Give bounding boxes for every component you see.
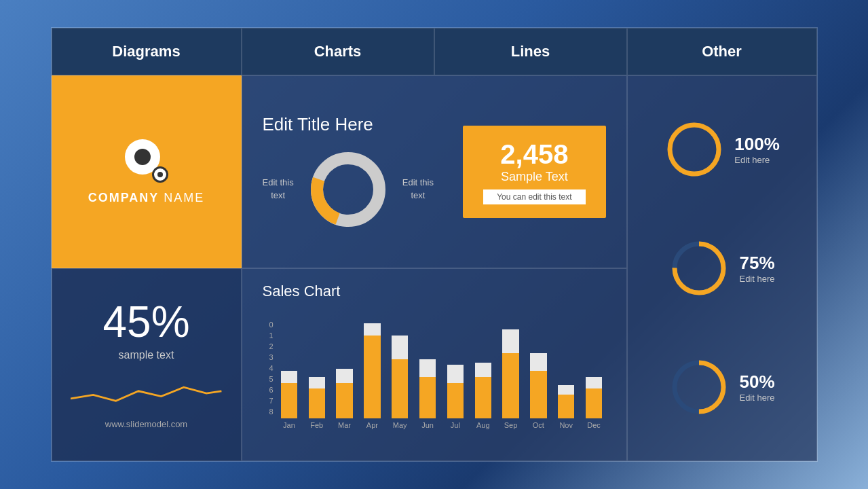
bar-group-sep: Sep <box>499 329 523 429</box>
bar-stack <box>554 385 578 418</box>
header-charts: Charts <box>242 28 434 75</box>
stats-sample[interactable]: Sample Text <box>483 170 585 184</box>
bar-label: Jun <box>421 421 434 429</box>
bar-group-nov: Nov <box>554 385 578 429</box>
bar-stack <box>278 371 301 418</box>
gauge-svg-75 <box>668 238 730 299</box>
bar-chart-inner: Jan Feb Mar Apr May <box>278 321 606 429</box>
bar-group-jan: Jan <box>278 371 301 429</box>
bar-label: May <box>393 421 407 429</box>
bar-orange <box>364 336 380 419</box>
bar-stack <box>360 323 384 418</box>
bar-orange <box>586 388 602 418</box>
bar-chart: 8 7 6 5 4 3 2 1 0 Jan Feb <box>263 307 606 429</box>
stat-line-chart <box>71 372 221 410</box>
donut-row: Edit thistext Edit thistext <box>263 149 434 230</box>
stat-label: sample text <box>119 349 174 361</box>
left-edit-text[interactable]: Edit thistext <box>263 177 294 201</box>
bar-white <box>281 371 297 383</box>
bar-label: Aug <box>476 421 490 429</box>
bar-white <box>364 323 380 336</box>
bar-stack <box>388 336 412 419</box>
donut-chart <box>307 149 389 230</box>
bar-stack <box>499 329 523 418</box>
sales-chart-cell: Sales Chart 8 7 6 5 4 3 2 1 0 Jan <box>242 268 627 461</box>
bar-stack <box>471 363 495 418</box>
bar-orange <box>419 377 436 418</box>
stat-percent: 45% <box>102 300 189 344</box>
bar-white <box>530 353 546 371</box>
gauge-edit-100[interactable]: Edit here <box>734 155 780 165</box>
bar-orange <box>502 353 518 418</box>
chart-top-cell: Edit Title Here Edit thistext Edit thist… <box>242 75 627 268</box>
bar-label: Jan <box>283 421 295 429</box>
header-label-charts: Charts <box>314 43 362 60</box>
gauge-item-100: 100% Edit here <box>664 119 780 180</box>
y-axis: 8 7 6 5 4 3 2 1 0 <box>263 321 273 429</box>
bar-label: Apr <box>366 421 378 429</box>
bar-white <box>309 377 325 389</box>
logo-icon <box>125 139 168 183</box>
bar-stack <box>527 353 550 418</box>
header-label-other: Other <box>702 43 742 60</box>
bar-stack <box>333 369 356 419</box>
bar-label: Mar <box>338 421 351 429</box>
bar-stack <box>416 359 440 419</box>
header-diagrams: Diagrams <box>52 28 242 75</box>
bar-stack <box>305 377 328 418</box>
stat-url[interactable]: www.slidemodel.com <box>105 419 187 429</box>
bar-white <box>502 329 518 353</box>
bar-white <box>586 377 602 389</box>
svg-point-3 <box>670 125 719 174</box>
header-lines: Lines <box>434 28 627 75</box>
bar-label: Oct <box>533 421 544 429</box>
bar-stack <box>582 377 606 418</box>
stats-box: 2,458 Sample Text You can edit this text <box>463 126 605 218</box>
bar-group-jun: Jun <box>416 359 440 430</box>
bar-label: Nov <box>559 421 573 429</box>
company-name: COMPANY NAME <box>88 191 205 205</box>
bar-group-jul: Jul <box>443 365 467 429</box>
bar-label: Jul <box>451 421 460 429</box>
bar-orange <box>336 383 352 419</box>
gauge-edit-50[interactable]: Edit here <box>739 393 774 403</box>
gauge-item-50: 50% Edit here <box>668 357 774 418</box>
bar-group-oct: Oct <box>527 353 550 429</box>
header-other: Other <box>627 28 817 75</box>
bar-label: Dec <box>587 421 601 429</box>
bar-label: Feb <box>310 421 323 429</box>
chart-title[interactable]: Edit Title Here <box>263 114 434 135</box>
bar-group-apr: Apr <box>360 323 384 429</box>
bar-label: Sep <box>504 421 518 429</box>
header-label-diagrams: Diagrams <box>112 43 180 60</box>
dashboard: Diagrams Charts Lines Other COMPANY NAME… <box>51 27 818 462</box>
bar-orange <box>530 371 546 418</box>
bar-white <box>419 359 436 377</box>
chart-title-section: Edit Title Here Edit thistext Edit thist… <box>263 114 434 230</box>
bar-orange <box>281 383 297 419</box>
right-edit-text[interactable]: Edit thistext <box>402 177 434 201</box>
bar-group-may: May <box>388 336 412 430</box>
logo-cell: COMPANY NAME <box>52 75 242 268</box>
gauge-edit-75[interactable]: Edit here <box>739 274 774 284</box>
bar-white <box>447 365 464 382</box>
bar-orange <box>309 388 325 418</box>
sales-title[interactable]: Sales Chart <box>263 283 606 300</box>
header-label-lines: Lines <box>511 43 550 60</box>
bar-group-dec: Dec <box>582 377 606 429</box>
stats-number[interactable]: 2,458 <box>483 139 585 170</box>
bar-white <box>475 363 491 377</box>
gauge-item-75: 75% Edit here <box>668 238 774 299</box>
gauge-text-75: 75% Edit here <box>739 253 774 284</box>
stats-edit-text[interactable]: You can edit this text <box>483 189 585 204</box>
gauge-text-50: 50% Edit here <box>739 372 774 403</box>
gauge-percent-50: 50% <box>739 372 774 393</box>
bar-white <box>392 336 408 359</box>
bar-stack <box>443 365 467 418</box>
bar-orange <box>447 383 464 419</box>
bar-white <box>336 369 352 383</box>
bar-orange <box>392 359 408 419</box>
bar-white <box>558 385 574 395</box>
bar-orange <box>475 377 491 418</box>
bar-group-feb: Feb <box>305 377 328 429</box>
